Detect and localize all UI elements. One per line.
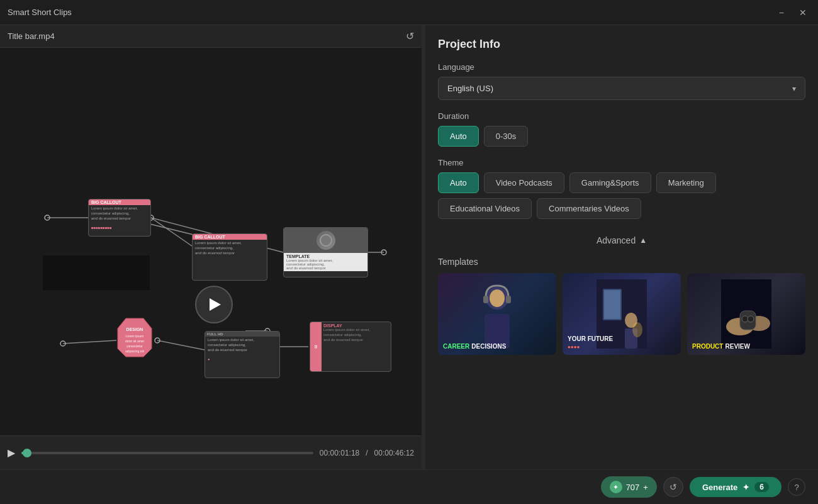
svg-line-4: [151, 218, 192, 246]
duration-label: Duration: [438, 111, 805, 121]
template-3-label: PRODUCT REVIEW: [692, 342, 750, 350]
node-body: Lorem ipsum dolor sit amet,consectetur a…: [205, 337, 279, 364]
main-layout: Title bar.mp4 ↺: [0, 25, 818, 469]
svg-text:consectetur: consectetur: [126, 344, 143, 348]
canvas-play-button[interactable]: [195, 286, 233, 323]
timeline-play-button[interactable]: ▶: [8, 447, 15, 459]
credits-count: 707: [626, 483, 640, 492]
right-panel: Project Info Language English (US) ▾ Dur…: [425, 25, 818, 469]
language-label: Language: [438, 62, 805, 72]
timeline-slider[interactable]: [21, 451, 313, 455]
theme-btn-group-row2: Educational Videos Commentaries Videos: [438, 198, 805, 219]
template-card-3[interactable]: PRODUCT REVIEW: [687, 273, 805, 355]
canvas-node-template[interactable]: TEMPLATE Lorem ipsum dolor sit amet,cons…: [283, 227, 368, 277]
svg-rect-26: [506, 296, 511, 303]
advanced-label: Advanced: [597, 235, 636, 245]
video-preview: [43, 255, 150, 290]
app-title: Smart Short Clips: [8, 8, 72, 17]
close-button[interactable]: ✕: [795, 6, 810, 19]
canvas-node-design[interactable]: DESIGN Lorem ipsum dolor sit amet consec…: [116, 317, 153, 358]
credits-button[interactable]: ✦ 707 +: [601, 476, 657, 498]
duration-auto-button[interactable]: Auto: [438, 126, 479, 147]
node-title: BIG CALLOUT: [89, 199, 150, 205]
svg-point-32: [632, 322, 642, 337]
language-dropdown[interactable]: English (US) ▾: [438, 77, 805, 100]
filename-label: Title bar.mp4: [8, 31, 55, 41]
svg-point-7: [381, 250, 386, 255]
template-2-label: YOUR FUTURE ●●●●: [568, 335, 613, 350]
template-1-label: CAREER DECISIONS: [443, 342, 506, 350]
language-value: English (US): [447, 84, 493, 93]
svg-rect-29: [604, 290, 620, 319]
theme-educational-button[interactable]: Educational Videos: [438, 198, 532, 219]
svg-text:dolor sit amet: dolor sit amet: [125, 339, 145, 343]
refresh-button[interactable]: ↺: [406, 30, 414, 42]
window-controls: − ✕: [775, 6, 810, 19]
project-info-title: Project Info: [438, 38, 805, 51]
node-body: Lorem ipsum dolor sit amet,consectetur a…: [89, 205, 150, 232]
canvas-node-fullhd[interactable]: FULL HD Lorem ipsum dolor sit amet,conse…: [204, 331, 280, 378]
theme-auto-button[interactable]: Auto: [438, 172, 479, 193]
svg-line-11: [157, 340, 204, 350]
node-title: BIG CALLOUT: [193, 234, 267, 240]
svg-text:DESIGN: DESIGN: [126, 327, 143, 332]
theme-btn-group-row1: Auto Video Podcasts Gaming&Sports Market…: [438, 172, 805, 193]
refresh-credits-button[interactable]: ↺: [663, 477, 683, 497]
theme-commentaries-button[interactable]: Commentaries Videos: [537, 198, 641, 219]
duration-section: Duration Auto 0-30s: [438, 111, 805, 147]
duration-btn-group: Auto 0-30s: [438, 126, 805, 147]
credits-icon: ✦: [610, 481, 622, 493]
theme-marketing-button[interactable]: Marketing: [656, 172, 716, 193]
node-body: Lorem ipsum dolor sit amet,consectetur a…: [193, 240, 267, 257]
theme-section: Theme Auto Video Podcasts Gaming&Sports …: [438, 158, 805, 224]
dropdown-arrow-icon: ▾: [792, 84, 796, 93]
generate-icon: ✦: [742, 483, 749, 492]
generate-button[interactable]: Generate ✦ 6: [690, 477, 782, 497]
bottom-bar: ✦ 707 + ↺ Generate ✦ 6 ?: [0, 469, 818, 504]
left-panel: Title bar.mp4 ↺: [0, 25, 422, 469]
credits-plus-icon: +: [643, 483, 648, 492]
svg-point-23: [490, 289, 505, 307]
svg-text:Lorem ipsum: Lorem ipsum: [126, 334, 144, 338]
minimize-button[interactable]: −: [775, 6, 788, 19]
total-time: 00:00:46:12: [374, 449, 414, 457]
timeline-track: [21, 452, 313, 454]
svg-text:adipiscing elit: adipiscing elit: [125, 349, 145, 353]
theme-video-podcasts-button[interactable]: Video Podcasts: [484, 172, 564, 193]
help-button[interactable]: ?: [788, 478, 805, 496]
current-time: 00:00:01:18: [320, 449, 359, 457]
canvas-node-big-callout-1[interactable]: BIG CALLOUT Lorem ipsum dolor sit amet,c…: [88, 199, 151, 237]
theme-label: Theme: [438, 158, 805, 167]
template-3-illustration: [721, 279, 771, 349]
generate-label: Generate: [702, 483, 737, 492]
canvas-area: BIG CALLOUT Lorem ipsum dolor sit amet,c…: [0, 48, 422, 435]
template-1-illustration: [472, 279, 522, 349]
time-separator: /: [366, 449, 367, 457]
advanced-chevron-icon: ▲: [639, 236, 647, 245]
theme-gaming-sports-button[interactable]: Gaming&Sports: [569, 172, 651, 193]
advanced-row[interactable]: Advanced ▲: [438, 235, 805, 245]
duration-0-30s-button[interactable]: 0-30s: [484, 126, 529, 147]
template-card-2[interactable]: YOUR FUTURE ●●●●: [563, 273, 681, 355]
templates-grid: CAREER DECISIONS: [438, 273, 805, 355]
svg-rect-25: [483, 296, 488, 303]
file-bar: Title bar.mp4 ↺: [0, 25, 422, 48]
timeline-thumb[interactable]: [23, 449, 31, 457]
svg-point-12: [155, 338, 160, 343]
template-card-1[interactable]: CAREER DECISIONS: [438, 273, 556, 355]
play-triangle-icon: [210, 298, 221, 311]
svg-point-10: [60, 341, 65, 346]
canvas-node-display[interactable]: 02 DISPLAY Lorem ipsum dolor sit amet,co…: [310, 322, 391, 372]
svg-point-3: [45, 215, 50, 220]
titlebar: Smart Short Clips − ✕: [0, 0, 818, 25]
canvas-node-big-callout-2[interactable]: BIG CALLOUT Lorem ipsum dolor sit amet,c…: [192, 233, 267, 281]
templates-label: Templates: [438, 257, 805, 267]
svg-point-38: [748, 316, 754, 322]
timeline-bar: ▶ 00:00:01:18 / 00:00:46:12: [0, 435, 422, 469]
generate-count-badge: 6: [754, 482, 769, 492]
svg-line-9: [63, 340, 116, 344]
